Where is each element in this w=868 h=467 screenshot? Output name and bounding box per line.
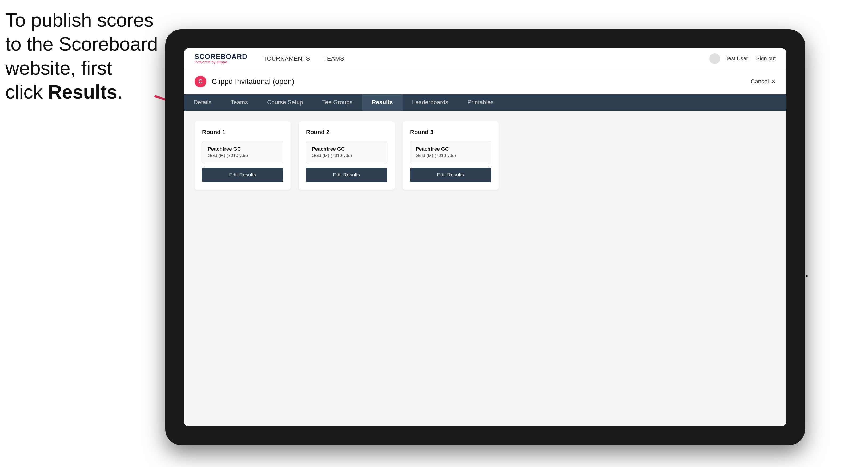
round-3-edit-results-button[interactable]: Edit Results (410, 168, 491, 182)
round-1-course-card: Peachtree GC Gold (M) (7010 yds) (202, 141, 283, 163)
round-3-course-details: Gold (M) (7010 yds) (415, 153, 486, 158)
tab-teams[interactable]: Teams (221, 94, 257, 111)
user-name: Test User | (725, 56, 751, 62)
tab-details[interactable]: Details (184, 94, 221, 111)
instruction-line4-plain: click (5, 81, 48, 103)
round-1-course-name: Peachtree GC (208, 146, 278, 152)
round-3-title: Round 3 (410, 129, 491, 136)
cancel-label: Cancel (751, 78, 769, 85)
round-2-course-name: Peachtree GC (312, 146, 381, 152)
top-nav: SCOREBOARD Powered by clippd TOURNAMENTS… (184, 48, 786, 69)
nav-user-area: Test User | Sign out (709, 53, 776, 64)
instruction-results-bold: Results (48, 81, 117, 103)
sign-out-link[interactable]: Sign out (756, 56, 776, 62)
round-2-title: Round 2 (306, 129, 387, 136)
instruction-period: . (117, 81, 123, 103)
rounds-grid: Round 1 Peachtree GC Gold (M) (7010 yds)… (195, 121, 776, 189)
round-3-card: Round 3 Peachtree GC Gold (M) (7010 yds)… (403, 121, 498, 189)
round-1-card: Round 1 Peachtree GC Gold (M) (7010 yds)… (195, 121, 290, 189)
round-2-edit-results-button[interactable]: Edit Results (306, 168, 387, 182)
nav-links: TOURNAMENTS TEAMS (264, 55, 710, 62)
user-avatar (709, 53, 720, 64)
cancel-button[interactable]: Cancel ✕ (751, 78, 776, 85)
instruction-line3: website, first (5, 57, 112, 79)
nav-teams[interactable]: TEAMS (323, 55, 344, 62)
tab-leaderboards[interactable]: Leaderboards (403, 94, 458, 111)
round-3-course-name: Peachtree GC (415, 146, 486, 152)
tab-results[interactable]: Results (362, 94, 402, 111)
round-2-course-card: Peachtree GC Gold (M) (7010 yds) (306, 141, 387, 163)
round-1-edit-results-button[interactable]: Edit Results (202, 168, 283, 182)
cancel-icon: ✕ (771, 78, 776, 85)
tab-tee-groups[interactable]: Tee Groups (313, 94, 362, 111)
tablet-frame: SCOREBOARD Powered by clippd TOURNAMENTS… (165, 29, 805, 445)
tab-bar: Details Teams Course Setup Tee Groups Re… (184, 94, 786, 111)
instruction-left: To publish scores to the Scoreboard webs… (5, 8, 158, 104)
round-3-course-card: Peachtree GC Gold (M) (7010 yds) (410, 141, 491, 163)
main-content: Round 1 Peachtree GC Gold (M) (7010 yds)… (184, 111, 786, 427)
instruction-line1: To publish scores (5, 9, 154, 31)
logo-powered: Powered by clippd (195, 60, 247, 64)
round-2-course-details: Gold (M) (7010 yds) (312, 153, 381, 158)
tournament-icon: C (195, 76, 206, 87)
tournament-header: C Clippd Invitational (open) Cancel ✕ (184, 69, 786, 94)
tab-printables[interactable]: Printables (458, 94, 503, 111)
nav-tournaments[interactable]: TOURNAMENTS (264, 55, 310, 62)
logo-area: SCOREBOARD Powered by clippd (195, 53, 247, 64)
tournament-title-area: C Clippd Invitational (open) (195, 76, 294, 87)
round-1-title: Round 1 (202, 129, 283, 136)
round-1-course-details: Gold (M) (7010 yds) (208, 153, 278, 158)
tablet-screen: SCOREBOARD Powered by clippd TOURNAMENTS… (184, 48, 786, 427)
tab-course-setup[interactable]: Course Setup (257, 94, 313, 111)
logo-scoreboard: SCOREBOARD (195, 53, 247, 60)
tournament-name: Clippd Invitational (open) (212, 77, 294, 86)
instruction-line2: to the Scoreboard (5, 33, 158, 55)
round-2-card: Round 2 Peachtree GC Gold (M) (7010 yds)… (299, 121, 395, 189)
